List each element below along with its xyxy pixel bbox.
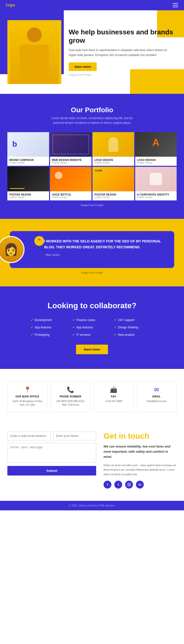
facebook-icon[interactable]: f — [104, 481, 111, 488]
portfolio-item-4[interactable]: LOGO DESIGN Graphic Design — [135, 132, 177, 166]
portfolio-title: Our Portfolio — [7, 106, 177, 114]
portfolio-item-5[interactable]: POSTER DESIGN Graphic Design — [7, 167, 49, 200]
portfolio-thumb-7 — [92, 167, 134, 191]
portfolio-info-2: WEB DESIGN WEBSITE Graphic Design — [50, 157, 92, 166]
phone-title: PHONE NUMBER — [54, 395, 88, 398]
collab-item-6: Design thinking — [114, 325, 153, 330]
hero-title: We help businesses and brands grow — [69, 28, 174, 44]
hero-description: Duis aute irure dolor in reprehenderit i… — [69, 48, 174, 57]
contact-card-fax: 📠 FAX 1-234-567-8900 — [93, 381, 134, 412]
portfolio-item-3[interactable]: LOGO DESIGN Graphic Design — [92, 132, 134, 166]
portfolio-grid: BRAND CAMPAIGN Graphic Design WEB DESIGN… — [7, 132, 177, 200]
fax-title: FAX — [97, 395, 131, 398]
svg-point-2 — [130, 484, 130, 484]
logo: logo — [6, 3, 15, 7]
get-in-touch-title: Get in touch — [104, 432, 177, 441]
collab-item-4: App features — [31, 325, 70, 330]
portfolio-info-3: LOGO DESIGN Graphic Design — [92, 157, 134, 166]
portfolio-thumb-5 — [7, 167, 49, 191]
portfolio-cat-3: Graphic Design — [94, 161, 132, 164]
hero-content-wrapper: We help businesses and brands grow Duis … — [0, 10, 184, 94]
hero-freepik-note: Images from Freepik — [69, 74, 174, 76]
hero-section: We help businesses and brands grow Duis … — [0, 10, 184, 94]
portfolio-thumb-4 — [135, 132, 177, 157]
contact-card-phone: 📞 PHONE NUMBER 234-9876-5400 888-0123-45… — [50, 381, 91, 412]
collab-item-9: New product — [114, 332, 153, 337]
get-in-touch-content: Get in touch We can ensure reliability, … — [104, 432, 177, 488]
collaborate-section: Looking to collaborate? Development Fina… — [0, 286, 184, 369]
linkedin-icon[interactable]: in — [136, 481, 144, 488]
portfolio-item-6[interactable]: JUICE BOTTLE Graphic Design — [50, 167, 92, 200]
footer-text: © 2022. Click to select the HTML element… — [69, 504, 115, 507]
testimonial-section: " I WORKED WITH THE SELO AGENCY FOR THE … — [0, 219, 184, 286]
hamburger-line-3 — [173, 7, 178, 7]
name-input[interactable] — [53, 432, 96, 440]
portfolio-cat-8: Graphic Design — [137, 196, 175, 198]
phone-text: 234-9876-5400 888-0123-4567 (Toll Free) — [54, 399, 88, 407]
portfolio-info-8: A CORPORATE IDENTITY Graphic Design — [135, 191, 177, 200]
portfolio-thumb-2 — [50, 132, 92, 157]
portfolio-item-7[interactable]: POSTER DESIGN Graphic Design — [92, 167, 134, 200]
hamburger-line-2 — [173, 5, 178, 6]
portfolio-thumb-8 — [135, 167, 177, 191]
portfolio-name-6: JUICE BOTTLE — [52, 193, 90, 196]
portfolio-cat-5: Graphic Design — [9, 196, 47, 198]
office-title: OUR MAIN OFFICE — [10, 395, 44, 398]
fax-text: 1-234-567-8900 — [97, 399, 131, 403]
office-icon: 📍 — [10, 386, 44, 393]
portfolio-name-1: BRAND CAMPAIGN — [9, 159, 47, 161]
portfolio-subtitle: Lorem ipsum dolor sit amet, consectetur … — [45, 116, 139, 125]
phone-icon: 📞 — [54, 386, 88, 393]
email-text: hello@theme.com — [140, 399, 174, 403]
portfolio-item-2[interactable]: WEB DESIGN WEBSITE Graphic Design — [50, 132, 92, 166]
testimonial-quote: I WORKED WITH THE SELO AGENCY FOR THE SE… — [34, 238, 164, 250]
get-in-touch-highlight: We can ensure reliability, low cost fare… — [104, 444, 177, 459]
collaborate-title: Looking to collaborate? — [10, 301, 174, 310]
portfolio-item-8[interactable]: A CORPORATE IDENTITY Graphic Design — [135, 167, 177, 200]
portfolio-info-6: JUICE BOTTLE Graphic Design — [50, 191, 92, 200]
collaborate-cta-button[interactable]: learn more — [76, 344, 108, 354]
get-in-touch-section: Submit Get in touch We can ensure reliab… — [0, 427, 184, 500]
portfolio-info-5: POSTER DESIGN Graphic Design — [7, 191, 49, 200]
form-row-1 — [7, 432, 96, 440]
svg-rect-0 — [128, 483, 131, 486]
portfolio-cat-1: Graphic Design — [9, 161, 47, 164]
contact-cards-grid: 📍 OUR MAIN OFFICE SoHo 94 Broadway St Ne… — [7, 381, 177, 412]
testimonial-freepik: Image from Freepik — [10, 272, 174, 274]
email-icon: ✉ — [140, 386, 174, 393]
portfolio-cat-4: Graphic Design — [137, 161, 175, 164]
hamburger-button[interactable] — [173, 3, 178, 7]
portfolio-thumb-3 — [92, 132, 134, 157]
collab-item-5: App features — [72, 325, 112, 330]
get-in-touch-inner: Submit Get in touch We can ensure reliab… — [7, 432, 177, 488]
collab-item-7: Prototyping — [31, 332, 70, 337]
portfolio-name-7: POSTER DESIGN — [94, 193, 132, 196]
email-title: EMAIL — [140, 395, 174, 398]
portfolio-thumb-6 — [50, 167, 92, 191]
portfolio-thumb-1 — [7, 132, 49, 157]
portfolio-item-1[interactable]: BRAND CAMPAIGN Graphic Design — [7, 132, 49, 166]
portfolio-name-2: WEB DESIGN WEBSITE — [52, 159, 90, 161]
portfolio-name-5: POSTER DESIGN — [9, 193, 47, 196]
portfolio-cat-7: Graphic Design — [94, 196, 132, 198]
portfolio-name-8: A CORPORATE IDENTITY — [137, 193, 175, 196]
instagram-icon[interactable] — [125, 481, 133, 488]
submit-button[interactable]: Submit — [7, 466, 96, 476]
footer: © 2022. Click to select the HTML element… — [0, 501, 184, 510]
testimonial-avatar — [0, 236, 24, 263]
portfolio-freepik: Images from Freepik — [7, 204, 177, 206]
hero-cta-button[interactable]: learn more — [69, 62, 97, 71]
hero-person-silhouette — [10, 22, 59, 84]
contact-cards-section: 📍 OUR MAIN OFFICE SoHo 94 Broadway St Ne… — [0, 369, 184, 427]
svg-point-1 — [128, 484, 130, 485]
portfolio-info-4: LOGO DESIGN Graphic Design — [135, 157, 177, 166]
email-input[interactable] — [7, 432, 50, 440]
message-input[interactable] — [7, 443, 96, 462]
collab-item-3: 24/7 support — [114, 318, 153, 322]
portfolio-name-4: LOGO DESIGN — [137, 159, 175, 161]
avatar-image — [0, 237, 23, 262]
hero-image — [7, 20, 61, 84]
office-text: SoHo 94 Broadway St New York, NY 1001 — [10, 399, 44, 407]
portfolio-section: Our Portfolio Lorem ipsum dolor sit amet… — [0, 94, 184, 219]
twitter-icon[interactable]: t — [114, 481, 122, 488]
